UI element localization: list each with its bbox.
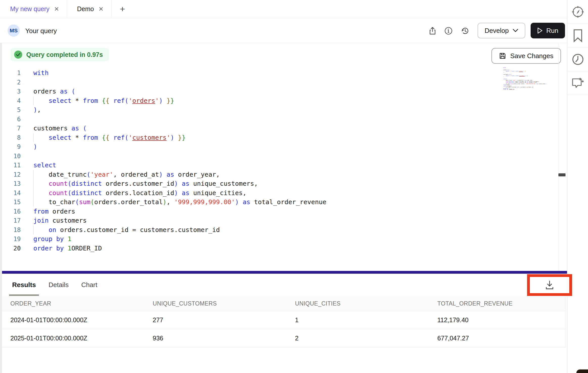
corner-overlay: [576, 369, 588, 373]
line-number: 15: [2, 198, 21, 207]
tab-label: My new query: [10, 5, 50, 13]
save-icon: [499, 52, 506, 59]
code-line-11[interactable]: 11select: [2, 161, 558, 170]
develop-dropdown[interactable]: Develop: [478, 23, 525, 38]
code-line-9[interactable]: 9): [2, 142, 558, 152]
table-row: 2024-01-01T00:00:00.000Z2771112,179.40: [2, 311, 566, 329]
results-tab-results[interactable]: Results: [12, 274, 36, 296]
code-line-7[interactable]: 7customers as (: [2, 124, 558, 133]
table-row: 2025-01-01T00:00:00.000Z9362677,047.27: [2, 329, 566, 347]
save-changes-button[interactable]: Save Changes: [491, 48, 561, 64]
code-line-19[interactable]: 19group by 1: [2, 235, 558, 244]
line-number: 7: [2, 124, 21, 133]
line-number: 8: [2, 133, 21, 143]
table-cell: 2025-01-01T00:00:00.000Z: [2, 329, 144, 347]
results-tab-details[interactable]: Details: [49, 274, 69, 296]
page-title: Your query: [25, 27, 57, 35]
column-header-unique_customers: UNIQUE_CUSTOMERS: [144, 296, 287, 311]
save-label: Save Changes: [510, 52, 553, 60]
query-header: MS Your query Develop: [0, 18, 567, 43]
results-tab-bar: ResultsDetailsChart: [2, 274, 97, 296]
status-badge: Query completed in 0.97s: [11, 48, 109, 61]
code-line-14[interactable]: 14 count(distinct orders.location_id) as…: [2, 189, 558, 198]
chevron-down-icon: [513, 29, 518, 32]
table-cell: 2024-01-01T00:00:00.000Z: [2, 311, 144, 329]
app-window: My new query✕Demo✕+: [0, 0, 588, 373]
compass-icon[interactable]: [567, 0, 588, 24]
close-icon[interactable]: ✕: [98, 6, 103, 12]
line-number: 1: [2, 68, 21, 78]
line-number: 5: [2, 105, 21, 115]
table-cell: 2: [287, 329, 429, 347]
code-line-2[interactable]: 2: [2, 78, 558, 87]
code-editor[interactable]: 1with23orders as (4 select * from {{ ref…: [2, 68, 558, 253]
code-line-10[interactable]: 10: [2, 152, 558, 161]
query-tab-demo[interactable]: Demo✕: [67, 0, 111, 18]
sql-editor-panel: Query completed in 0.97s Save Changes 1w…: [2, 43, 567, 271]
line-number: 6: [2, 115, 21, 124]
editor-minimap[interactable]: withorders as ( select * from {{ ref('or…: [503, 67, 546, 95]
avatar: MS: [8, 25, 20, 37]
line-number: 13: [2, 179, 21, 189]
line-number: 14: [2, 189, 21, 198]
tab-label: Demo: [77, 5, 94, 13]
table-cell: 112,179.40: [429, 311, 566, 329]
panel-resize-divider[interactable]: [2, 271, 567, 274]
bookmark-icon[interactable]: [567, 24, 588, 48]
code-line-20: order by 1ORDER_ID: [503, 89, 546, 90]
scrollbar-track: [558, 43, 558, 271]
status-message: Query completed in 0.97s: [26, 51, 103, 58]
code-line-16[interactable]: 16from orders: [2, 207, 558, 216]
info-icon[interactable]: [444, 27, 453, 35]
line-number: 10: [2, 152, 21, 161]
table-cell: 677,047.27: [429, 329, 566, 347]
table-header-row: ORDER_YEARUNIQUE_CUSTOMERSUNIQUE_CITIEST…: [2, 296, 566, 311]
results-tab-chart[interactable]: Chart: [81, 274, 97, 296]
code-line-12[interactable]: 12 date_trunc('year', ordered_at) as ord…: [2, 170, 558, 179]
clock-icon[interactable]: [567, 48, 588, 71]
line-number: 9: [2, 142, 21, 152]
line-number: 20: [2, 244, 21, 253]
line-number: 11: [2, 161, 21, 170]
chat-sparkles-icon[interactable]: [567, 71, 588, 95]
table-cell: 936: [144, 329, 287, 347]
line-number: 4: [2, 96, 21, 106]
code-line-1[interactable]: 1with: [2, 68, 558, 78]
table-cell: 277: [144, 311, 287, 329]
column-header-unique_cities: UNIQUE_CITIES: [287, 296, 429, 311]
run-button[interactable]: Run: [531, 23, 565, 38]
code-line-17[interactable]: 17join customers: [2, 216, 558, 225]
line-number: 12: [2, 170, 21, 179]
annotation-highlight-box: [527, 274, 572, 296]
run-label: Run: [546, 27, 558, 35]
history-icon[interactable]: [461, 27, 469, 35]
results-table: ORDER_YEARUNIQUE_CUSTOMERSUNIQUE_CITIEST…: [2, 296, 566, 347]
left-gutter-strip: [0, 18, 2, 373]
new-tab-button[interactable]: +: [111, 0, 134, 18]
code-line-13[interactable]: 13 count(distinct orders.customer_id) as…: [2, 179, 558, 189]
line-number: 16: [2, 207, 21, 216]
table-cell: 1: [287, 311, 429, 329]
column-header-order_year: ORDER_YEAR: [2, 296, 144, 311]
query-tab-my-new-query[interactable]: My new query✕: [0, 0, 67, 18]
close-icon[interactable]: ✕: [54, 6, 59, 12]
code-line-6[interactable]: 6: [2, 115, 558, 124]
share-icon[interactable]: [428, 27, 437, 35]
column-header-total_order_revenue: TOTAL_ORDER_REVENUE: [429, 296, 566, 311]
code-line-20[interactable]: 20order by 1ORDER_ID: [2, 244, 558, 253]
line-number: 19: [2, 235, 21, 244]
line-number: 3: [2, 87, 21, 96]
code-line-15[interactable]: 15 to_char(sum(orders.order_total), '999…: [2, 198, 558, 207]
line-number: 17: [2, 216, 21, 225]
scrollbar-thumb[interactable]: [558, 173, 566, 176]
code-line-5[interactable]: 5),: [2, 105, 558, 115]
code-line-18[interactable]: 18 on orders.customer_id = customers.cus…: [2, 225, 558, 235]
code-line-4[interactable]: 4 select * from {{ ref('orders') }}: [2, 96, 558, 106]
download-results-button[interactable]: [530, 277, 569, 293]
query-tab-bar: My new query✕Demo✕+: [0, 0, 567, 18]
download-icon: [545, 280, 555, 290]
code-line-3[interactable]: 3orders as (: [2, 87, 558, 96]
results-panel: ResultsDetailsChart ORDER_YEARUNIQUE_CUS…: [2, 274, 567, 373]
line-number: 2: [2, 78, 21, 87]
code-line-8[interactable]: 8 select * from {{ ref('customers') }}: [2, 133, 558, 143]
